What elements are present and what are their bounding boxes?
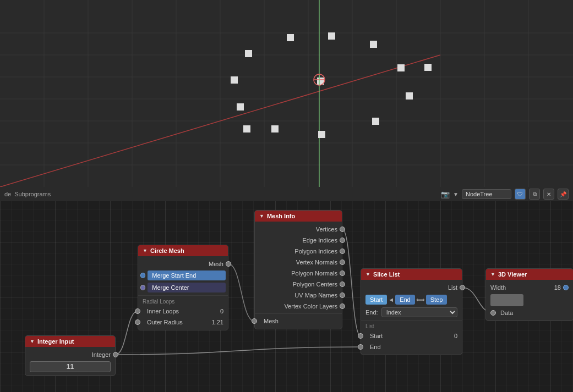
start-value: 0 <box>454 333 457 339</box>
uv-map-names-label: UV Map Names <box>294 292 337 299</box>
start-input-socket[interactable] <box>358 333 363 339</box>
data-input-socket[interactable] <box>490 310 496 316</box>
close-button[interactable]: ✕ <box>543 189 554 200</box>
merge-start-end-row: Merge Start End <box>138 269 228 281</box>
polygon-normals-output-socket[interactable] <box>340 270 345 276</box>
shield-button[interactable]: 🛡 <box>515 189 526 200</box>
value-row: 11 <box>25 360 115 373</box>
vertices-label: Vertices <box>316 226 337 233</box>
svg-rect-32 <box>318 131 325 138</box>
polygon-indices-output-socket[interactable] <box>340 249 345 254</box>
mesh-input-socket[interactable] <box>252 318 257 324</box>
width-output-socket[interactable] <box>563 285 569 290</box>
node-mesh-info: ▼ Mesh Info Vertices Edge Indices Polygo… <box>254 210 342 329</box>
menu-item-subprograms[interactable]: Subprograms <box>14 191 51 197</box>
inner-loops-value: 0 <box>220 308 223 314</box>
circle-mesh-header: ▼ Circle Mesh <box>138 245 228 256</box>
mesh-info-header: ▼ Mesh Info <box>255 211 342 222</box>
header-arrow: ▼ <box>30 339 35 344</box>
mesh-info-title: Mesh Info <box>267 213 295 219</box>
arrow-left-icon: ◄ <box>388 296 394 303</box>
start-end-step-row: Start ◄ End ⟺ Step <box>361 293 462 306</box>
polygon-normals-label: Polygon Normals <box>291 270 337 277</box>
vertex-color-layers-output-socket[interactable] <box>340 303 345 309</box>
vertex-normals-output-socket[interactable] <box>340 260 345 265</box>
integer-output-socket[interactable] <box>113 352 118 357</box>
integer-input-header: ▼ Integer Input <box>25 336 115 347</box>
merge-center-button[interactable]: Merge Center <box>148 283 226 292</box>
list-output-socket[interactable] <box>460 285 465 290</box>
end-button[interactable]: End <box>395 295 415 305</box>
data-input-row: Data <box>486 307 573 318</box>
polygon-indices-label: Polygon Indices <box>294 248 337 255</box>
end-input-socket[interactable] <box>358 344 363 350</box>
pin-button[interactable]: 📌 <box>558 189 569 200</box>
topbar-dropdown-arrow: ▼ <box>453 191 459 197</box>
polygon-centers-output-socket[interactable] <box>340 281 345 287</box>
end-input-row: End <box>361 341 462 352</box>
vertices-output-socket[interactable] <box>340 227 345 232</box>
integer-row: Integer <box>25 349 115 360</box>
arrow-right-icon: ⟺ <box>416 296 425 303</box>
3d-viewport[interactable] <box>0 0 573 187</box>
svg-rect-26 <box>231 76 238 84</box>
polygon-normals-row: Polygon Normals <box>255 268 342 279</box>
width-label: Width <box>490 284 554 291</box>
mesh-info-body: Vertices Edge Indices Polygon Indices Ve… <box>255 222 342 329</box>
node-circle-mesh: ▼ Circle Mesh Mesh Merge Start End Merge… <box>138 245 228 330</box>
node-3d-viewer: ▼ 3D Viewer Width 18 Data <box>485 268 573 321</box>
edge-indices-output-socket[interactable] <box>340 238 345 243</box>
outer-radius-label: Outer Radius <box>147 319 212 325</box>
header-arrow-cm: ▼ <box>143 248 148 253</box>
end-input-label: End <box>370 344 381 350</box>
list-section-label: List <box>361 322 462 330</box>
circle-mesh-title: Circle Mesh <box>150 247 184 254</box>
menu-item-de[interactable]: de <box>4 191 11 197</box>
mesh-input-row: Mesh <box>255 316 342 327</box>
integer-input-title: Integer Input <box>37 338 74 345</box>
integer-value-field[interactable]: 11 <box>30 361 111 372</box>
svg-rect-24 <box>328 32 335 40</box>
end-label: End: <box>365 309 378 316</box>
integer-input-body: Integer 11 <box>25 347 115 376</box>
inner-loops-input-socket[interactable] <box>135 308 140 314</box>
outer-radius-value: 1.21 <box>212 319 223 325</box>
slice-list-header: ▼ Slice List <box>361 269 462 280</box>
svg-rect-31 <box>271 125 279 132</box>
separator-1 <box>138 295 228 296</box>
step-button[interactable]: Step <box>426 295 448 305</box>
outer-radius-row: Outer Radius 1.21 <box>138 317 228 328</box>
uv-map-names-output-socket[interactable] <box>340 292 345 298</box>
vertex-color-layers-row: Vertex Color Layers <box>255 301 342 312</box>
color-preview <box>490 294 523 306</box>
header-arrow-sl: ▼ <box>365 272 370 277</box>
uv-map-names-row: UV Map Names <box>255 290 342 301</box>
merge-start-input-socket[interactable] <box>140 273 145 278</box>
edge-indices-label: Edge Indices <box>302 237 337 244</box>
mesh-output-label: Mesh <box>209 261 223 267</box>
start-button[interactable]: Start <box>365 295 387 305</box>
width-row: Width 18 <box>486 282 573 293</box>
radial-loops-section: Radial Loops <box>138 297 228 306</box>
svg-rect-22 <box>245 50 252 57</box>
outer-radius-input-socket[interactable] <box>135 319 140 325</box>
node-editor[interactable]: de Subprograms 📷 ▼ NodeTree 🛡 ⧉ ✕ 📌 ▼ In… <box>0 187 573 392</box>
node-integer-input: ▼ Integer Input Integer 11 <box>25 335 116 376</box>
mesh-output-socket[interactable] <box>226 261 231 267</box>
list-output-row: List <box>361 282 462 293</box>
inner-loops-row: Inner Loops 0 <box>138 306 228 317</box>
end-dropdown[interactable]: Index <box>381 307 457 317</box>
node-editor-topbar: de Subprograms 📷 ▼ NodeTree 🛡 ⧉ ✕ 📌 <box>0 187 573 201</box>
copy-button[interactable]: ⧉ <box>529 189 540 200</box>
merge-start-end-button[interactable]: Merge Start End <box>148 270 226 280</box>
merge-center-input-socket[interactable] <box>140 285 145 290</box>
separator-mi <box>255 313 342 314</box>
circle-mesh-body: Mesh Merge Start End Merge Center Radial… <box>138 256 228 330</box>
vertex-normals-label: Vertex Normals <box>296 259 337 266</box>
nodetree-dropdown[interactable]: NodeTree <box>462 189 511 199</box>
svg-rect-29 <box>237 103 244 111</box>
svg-rect-27 <box>397 64 405 71</box>
polygon-centers-row: Polygon Centers <box>255 279 342 290</box>
width-value: 18 <box>554 284 561 291</box>
3d-viewer-header: ▼ 3D Viewer <box>486 269 573 280</box>
